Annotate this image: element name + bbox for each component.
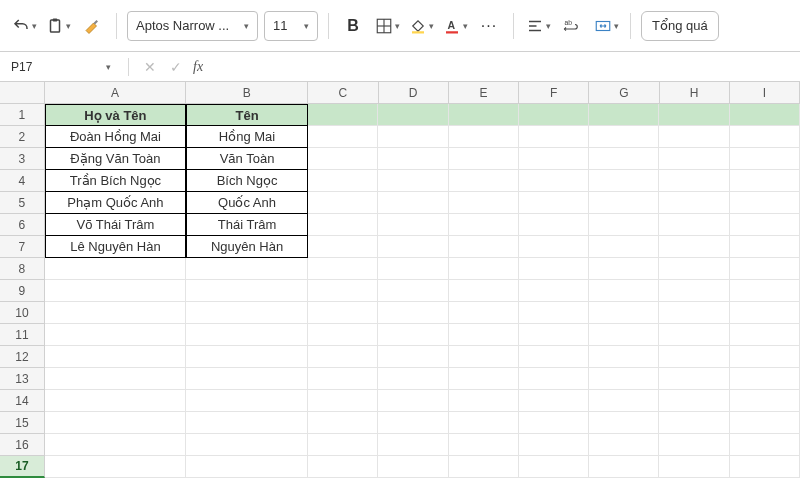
undo-button[interactable]: ▾ (10, 11, 38, 41)
overview-button[interactable]: Tổng quá (641, 11, 719, 41)
row-header[interactable]: 15 (0, 412, 45, 434)
cell[interactable] (519, 412, 589, 434)
cell[interactable] (449, 148, 519, 170)
cell[interactable] (308, 126, 378, 148)
cell[interactable] (308, 456, 378, 478)
cell[interactable] (730, 126, 800, 148)
column-header[interactable]: G (589, 82, 659, 104)
cell[interactable] (730, 236, 800, 258)
align-button[interactable]: ▾ (524, 11, 552, 41)
cell[interactable] (659, 192, 729, 214)
cell[interactable] (449, 258, 519, 280)
cell[interactable] (378, 434, 448, 456)
cell[interactable] (659, 368, 729, 390)
cell[interactable] (378, 302, 448, 324)
cell[interactable] (308, 390, 378, 412)
cell[interactable] (449, 214, 519, 236)
cell[interactable]: Tên (186, 104, 308, 126)
cell[interactable] (449, 368, 519, 390)
cell[interactable] (730, 368, 800, 390)
cell[interactable] (730, 148, 800, 170)
cell[interactable] (186, 302, 308, 324)
cell[interactable] (589, 104, 659, 126)
cell[interactable] (378, 192, 448, 214)
cell[interactable] (186, 434, 308, 456)
cell[interactable] (449, 104, 519, 126)
row-header[interactable]: 13 (0, 368, 45, 390)
cell[interactable] (659, 302, 729, 324)
cell[interactable] (449, 390, 519, 412)
fill-color-button[interactable]: ▾ (407, 11, 435, 41)
cell[interactable] (730, 302, 800, 324)
cell[interactable] (308, 412, 378, 434)
cell[interactable] (308, 302, 378, 324)
cell[interactable] (186, 412, 308, 434)
cell[interactable] (659, 412, 729, 434)
cell[interactable] (519, 456, 589, 478)
more-font-button[interactable]: ··· (475, 11, 503, 41)
cell[interactable] (589, 258, 659, 280)
cell[interactable] (449, 324, 519, 346)
select-all-corner[interactable] (0, 82, 45, 104)
cell[interactable]: Quốc Anh (186, 192, 308, 214)
spreadsheet-grid[interactable]: ABCDEFGHI 1Họ và TênTên2Đoàn Hồng MaiHồn… (0, 82, 800, 500)
cell[interactable] (449, 412, 519, 434)
cell[interactable] (378, 346, 448, 368)
row-header[interactable]: 6 (0, 214, 45, 236)
column-header[interactable]: H (660, 82, 730, 104)
cell[interactable]: Bích Ngọc (186, 170, 308, 192)
cell[interactable] (449, 192, 519, 214)
cell[interactable] (519, 170, 589, 192)
row-header[interactable]: 16 (0, 434, 45, 456)
cell[interactable] (45, 324, 186, 346)
cell[interactable] (659, 280, 729, 302)
name-box[interactable]: P17 ▾ (6, 56, 116, 78)
cell[interactable] (449, 280, 519, 302)
row-header[interactable]: 7 (0, 236, 45, 258)
cell[interactable] (589, 170, 659, 192)
cell[interactable] (308, 346, 378, 368)
font-size-dropdown[interactable]: 11 ▾ (264, 11, 318, 41)
paste-button[interactable]: ▾ (44, 11, 72, 41)
row-header[interactable]: 14 (0, 390, 45, 412)
cell[interactable] (659, 170, 729, 192)
cell[interactable] (589, 148, 659, 170)
cell[interactable]: Lê Nguyên Hàn (45, 236, 186, 258)
cell[interactable] (308, 170, 378, 192)
cell[interactable] (308, 258, 378, 280)
font-family-dropdown[interactable]: Aptos Narrow ... ▾ (127, 11, 258, 41)
row-header[interactable]: 8 (0, 258, 45, 280)
cell[interactable] (730, 390, 800, 412)
cell[interactable] (730, 456, 800, 478)
cell[interactable] (308, 368, 378, 390)
cell[interactable]: Hồng Mai (186, 126, 308, 148)
cell[interactable]: Họ và Tên (45, 104, 186, 126)
row-header[interactable]: 12 (0, 346, 45, 368)
row-header[interactable]: 1 (0, 104, 45, 126)
column-header[interactable]: E (449, 82, 519, 104)
cell[interactable] (378, 214, 448, 236)
cell[interactable]: Thái Trâm (186, 214, 308, 236)
cell[interactable] (519, 148, 589, 170)
format-painter-button[interactable] (78, 11, 106, 41)
row-header[interactable]: 2 (0, 126, 45, 148)
cell[interactable] (308, 148, 378, 170)
cell[interactable]: Văn Toàn (186, 148, 308, 170)
cell[interactable] (730, 280, 800, 302)
cell[interactable] (45, 302, 186, 324)
cell[interactable] (730, 346, 800, 368)
cell[interactable] (659, 258, 729, 280)
cell[interactable]: Đặng Văn Toàn (45, 148, 186, 170)
cell[interactable] (730, 258, 800, 280)
cell[interactable] (659, 236, 729, 258)
column-header[interactable]: B (186, 82, 308, 104)
cell[interactable] (589, 324, 659, 346)
cell[interactable] (589, 126, 659, 148)
cell[interactable] (589, 434, 659, 456)
cell[interactable] (659, 324, 729, 346)
cell[interactable] (378, 258, 448, 280)
cell[interactable] (659, 390, 729, 412)
merge-button[interactable]: ▾ (592, 11, 620, 41)
column-header[interactable]: I (730, 82, 800, 104)
cell[interactable] (730, 192, 800, 214)
